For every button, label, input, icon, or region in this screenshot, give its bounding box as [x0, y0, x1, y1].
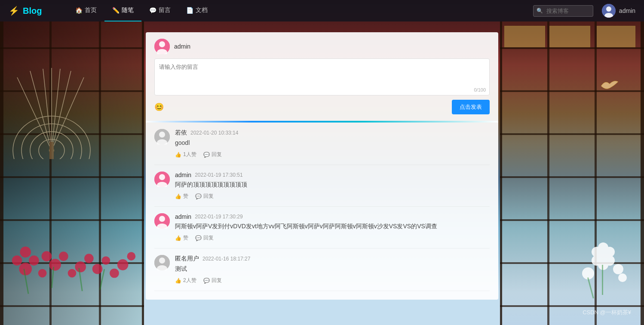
- svg-rect-12: [49, 142, 54, 159]
- emoji-button[interactable]: 😊: [154, 102, 164, 112]
- svg-point-17: [38, 269, 47, 278]
- svg-point-25: [101, 256, 110, 265]
- search-wrapper: 🔍: [533, 5, 593, 17]
- reply-button[interactable]: 💬 回复: [195, 193, 214, 200]
- like-icon: 👍: [175, 193, 181, 199]
- svg-point-24: [92, 264, 103, 274]
- svg-point-28: [127, 252, 135, 261]
- svg-point-15: [12, 255, 22, 266]
- svg-point-58: [159, 216, 165, 222]
- comment-meta: 匿名用户 2022-01-16 18:17:27: [175, 255, 490, 263]
- nav-home[interactable]: 🏠 首页: [67, 0, 104, 21]
- comments-list: 若依 2022-01-20 10:33:14 goodl 👍 1人赞 💬 回复: [146, 123, 498, 291]
- comment-text: 阿萨的顶顶顶顶顶顶顶顶顶: [175, 180, 490, 189]
- svg-rect-44: [587, 277, 594, 298]
- svg-point-22: [75, 261, 86, 273]
- like-button[interactable]: 👍 2人赞: [175, 277, 196, 284]
- svg-point-18: [49, 259, 61, 271]
- svg-line-5: [30, 71, 52, 150]
- svg-point-16: [20, 247, 31, 258]
- svg-point-27: [117, 259, 129, 270]
- comment-body: 匿名用户 2022-01-16 18:17:27 测试 👍 2人赞 💬 回复: [175, 255, 490, 284]
- svg-point-23: [84, 254, 94, 263]
- comment-meta: admin 2022-01-19 17:30:29: [175, 213, 490, 220]
- comment-input-section: admin 0/100 😊 点击发表: [146, 32, 498, 121]
- like-icon: 👍: [175, 235, 181, 241]
- reply-icon: 💬: [195, 235, 202, 241]
- svg-point-13: [19, 263, 32, 276]
- comment-textarea[interactable]: [155, 59, 489, 93]
- navbar: ⚡ Blog 🏠 首页 ✏️ 随笔 💬 留言 📄 文档 🔍: [0, 0, 644, 21]
- comment-text: 测试: [175, 264, 490, 273]
- svg-point-55: [159, 174, 165, 180]
- commenter-name: admin: [174, 43, 190, 50]
- svg-point-14: [29, 255, 39, 266]
- comment-author: admin: [175, 172, 191, 178]
- comment-item: admin 2022-01-19 17:30:29 阿斯顿v阿萨V发到付vDVD…: [154, 207, 490, 248]
- comment-time: 2022-01-19 17:30:29: [195, 214, 242, 220]
- like-icon: 👍: [175, 152, 181, 158]
- main-panel: admin 0/100 😊 点击发表 若依: [146, 32, 498, 300]
- comment-text: 阿斯顿v阿萨V发到付vDVD发vt地方vv阿飞阿斯顿v阿萨v阿萨阿斯顿v阿斯顿v…: [175, 222, 490, 231]
- comment-time: 2022-01-20 10:33:14: [190, 130, 238, 136]
- reply-button[interactable]: 💬 回复: [195, 234, 214, 242]
- nav-user[interactable]: admin: [602, 4, 635, 18]
- svg-line-6: [43, 69, 52, 150]
- like-button[interactable]: 👍 1人赞: [175, 151, 196, 158]
- reply-button[interactable]: 💬 回复: [203, 151, 222, 158]
- nav-links: 🏠 首页 ✏️ 随笔 💬 留言 📄 文档: [67, 0, 533, 21]
- svg-point-42: [618, 273, 627, 282]
- messages-icon: 💬: [149, 7, 156, 14]
- comment-time: 2022-01-19 17:30:51: [195, 172, 242, 178]
- reply-icon: 💬: [203, 152, 210, 158]
- comment-item: 匿名用户 2022-01-16 18:17:27 测试 👍 2人赞 💬 回复: [154, 248, 490, 291]
- comment-item: 若依 2022-01-20 10:33:14 goodl 👍 1人赞 💬 回复: [154, 123, 490, 165]
- svg-rect-43: [602, 265, 603, 295]
- svg-point-41: [613, 264, 623, 274]
- comment-author: 若依: [175, 129, 187, 137]
- textarea-wrapper: 0/100: [154, 58, 490, 95]
- right-decoration: [500, 21, 644, 325]
- search-input[interactable]: [533, 5, 593, 17]
- fan-icon: [9, 64, 95, 159]
- commenter-avatar: [154, 213, 170, 229]
- comment-author: 匿名用户: [175, 255, 199, 263]
- svg-point-49: [159, 41, 165, 47]
- comment-body: admin 2022-01-19 17:30:29 阿斯顿v阿萨V发到付vDVD…: [175, 213, 490, 242]
- svg-point-26: [110, 269, 119, 278]
- comment-footer: 👍 2人赞 💬 回复: [175, 277, 490, 284]
- watermark: CSDN @一杯奶茶¥: [583, 309, 631, 316]
- comment-footer: 👍 赞 💬 回复: [175, 234, 490, 242]
- home-icon: 🏠: [75, 7, 83, 14]
- like-button[interactable]: 👍 赞: [175, 193, 188, 200]
- comment-author: admin: [175, 213, 191, 220]
- notes-icon: ✏️: [112, 7, 120, 14]
- nav-docs[interactable]: 📄 文档: [178, 0, 215, 21]
- docs-icon: 📄: [186, 7, 193, 14]
- comment-footer: 👍 赞 💬 回复: [175, 193, 490, 200]
- svg-point-20: [42, 251, 52, 261]
- comment-item: admin 2022-01-19 17:30:51 阿萨的顶顶顶顶顶顶顶顶顶 👍…: [154, 165, 490, 207]
- reply-button[interactable]: 💬 回复: [203, 277, 222, 284]
- svg-point-61: [159, 258, 165, 264]
- site-logo[interactable]: ⚡ Blog: [9, 6, 42, 16]
- submit-button[interactable]: 点击发表: [452, 100, 490, 114]
- reply-icon: 💬: [195, 193, 202, 199]
- nav-messages[interactable]: 💬 留言: [141, 0, 178, 21]
- svg-point-46: [606, 6, 611, 12]
- comment-user-row: admin: [154, 39, 490, 54]
- comment-user-avatar: [154, 39, 170, 54]
- svg-point-52: [159, 132, 165, 138]
- like-icon: 👍: [175, 278, 181, 284]
- like-button[interactable]: 👍 赞: [175, 234, 188, 242]
- comment-time: 2022-01-16 18:17:27: [202, 256, 250, 262]
- logo-icon: ⚡: [9, 6, 19, 16]
- comment-actions: 😊 点击发表: [154, 100, 490, 114]
- user-avatar: [602, 4, 616, 18]
- comment-footer: 👍 1人赞 💬 回复: [175, 151, 490, 158]
- commenter-avatar: [154, 129, 170, 144]
- commenter-avatar: [154, 255, 170, 270]
- comment-body: 若依 2022-01-20 10:33:14 goodl 👍 1人赞 💬 回复: [175, 129, 490, 158]
- nav-notes[interactable]: ✏️ 随笔: [104, 0, 141, 21]
- left-decoration: [0, 21, 144, 325]
